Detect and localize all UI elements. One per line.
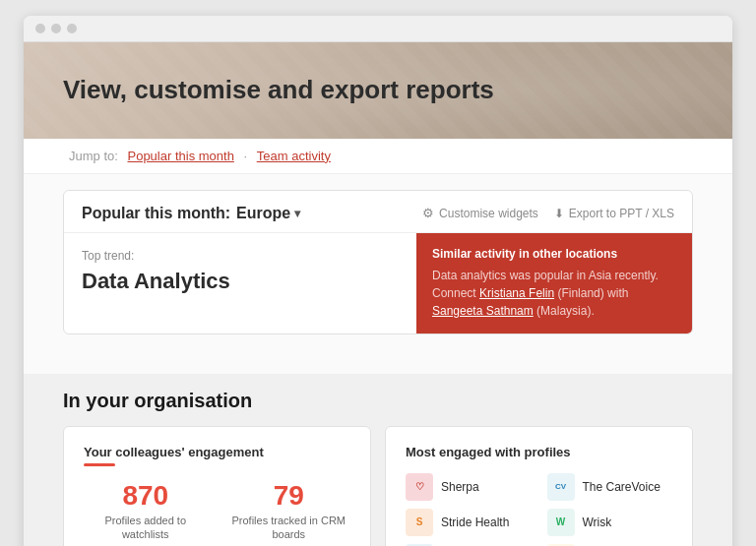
profile-name-1: The CareVoice <box>583 480 661 494</box>
export-icon: ⬇ <box>554 207 564 220</box>
chrome-dot-3 <box>67 24 77 33</box>
engagement-underline <box>84 463 115 466</box>
trend-value: Data Analytics <box>82 269 399 294</box>
hero-banner: View, customise and export reports <box>24 42 732 139</box>
profile-logo-wrisk: W <box>547 509 575 536</box>
panels-row: Your colleagues' engagement 870 Profiles… <box>63 426 693 546</box>
alert-link2-suffix: (Malaysia). <box>534 304 595 318</box>
popular-title-text: Popular this month: <box>82 205 230 222</box>
hero-title: View, customise and export reports <box>63 74 693 107</box>
popular-actions: ⚙ Customise widgets ⬇ Export to PPT / XL… <box>422 206 674 220</box>
stats-grid: 870 Profiles added to watchlists 79 Prof… <box>84 482 350 546</box>
stat-label-0: Profiles added to watchlists <box>84 514 208 542</box>
stat-item-0: 870 Profiles added to watchlists <box>84 482 208 542</box>
chevron-down-icon: ▾ <box>294 207 300 220</box>
profile-name-3: Wrisk <box>583 516 612 529</box>
content-area: Popular this month: Europe ▾ ⚙ Customise… <box>24 174 732 374</box>
profiles-grid: ♡ Sherpa CV The CareVoice S Stride Healt… <box>406 473 672 546</box>
profiles-subtitle: Most engaged with profiles <box>406 445 672 459</box>
chrome-dot-2 <box>51 24 61 33</box>
engagement-panel: Your colleagues' engagement 870 Profiles… <box>63 426 371 546</box>
profile-item-2[interactable]: S Stride Health <box>406 509 532 536</box>
profile-item-0[interactable]: ♡ Sherpa <box>406 473 532 501</box>
region-label: Europe <box>236 205 290 222</box>
alert-link-2[interactable]: Sangeeta Sathnam <box>432 304 534 318</box>
jump-team-link[interactable]: Team activity <box>257 149 331 163</box>
gear-icon: ⚙ <box>422 206 434 220</box>
alert-title: Similar activity in other locations <box>432 247 676 261</box>
popular-body: Top trend: Data Analytics Similar activi… <box>64 233 692 334</box>
popular-title-group: Popular this month: Europe ▾ <box>82 205 300 222</box>
alert-link-1[interactable]: Kristiana Felin <box>479 286 554 300</box>
stat-number-0: 870 <box>84 482 208 510</box>
jump-popular-link[interactable]: Popular this month <box>127 149 233 163</box>
alert-link1-suffix: (Finland) with <box>554 286 628 300</box>
window-chrome <box>24 16 732 42</box>
profiles-panel: Most engaged with profiles ♡ Sherpa CV T… <box>385 426 693 546</box>
jump-nav-label: Jump to: <box>69 149 118 163</box>
profile-item-3[interactable]: W Wrisk <box>547 509 673 536</box>
profile-item-1[interactable]: CV The CareVoice <box>547 473 673 501</box>
jump-nav: Jump to: Popular this month · Team activ… <box>24 139 732 174</box>
engagement-subtitle: Your colleagues' engagement <box>84 445 350 459</box>
popular-header: Popular this month: Europe ▾ ⚙ Customise… <box>64 191 692 233</box>
trend-card: Top trend: Data Analytics <box>64 233 416 334</box>
in-org-section: In your organisation Your colleagues' en… <box>24 374 732 546</box>
trend-label: Top trend: <box>82 249 399 263</box>
main-window: View, customise and export reports Jump … <box>24 16 732 546</box>
region-selector[interactable]: Europe ▾ <box>236 205 300 222</box>
jump-nav-separator: · <box>244 149 251 163</box>
alert-text: Data analytics was popular in Asia recen… <box>432 267 676 320</box>
customise-widgets-link[interactable]: ⚙ Customise widgets <box>422 206 538 220</box>
profile-logo-carevoice: CV <box>547 473 575 501</box>
stat-label-1: Profiles tracked in CRM boards <box>227 514 351 542</box>
stat-number-1: 79 <box>227 482 351 510</box>
profile-logo-stride: S <box>406 509 433 536</box>
profile-name-2: Stride Health <box>441 516 509 529</box>
profile-name-0: Sherpa <box>441 480 479 494</box>
in-org-title: In your organisation <box>63 390 693 412</box>
popular-section: Popular this month: Europe ▾ ⚙ Customise… <box>63 190 693 334</box>
export-link[interactable]: ⬇ Export to PPT / XLS <box>554 207 674 220</box>
chrome-dot-1 <box>35 24 45 33</box>
alert-card: Similar activity in other locations Data… <box>416 233 692 334</box>
stat-item-1: 79 Profiles tracked in CRM boards <box>227 482 351 542</box>
profile-logo-sherpa: ♡ <box>406 473 433 501</box>
